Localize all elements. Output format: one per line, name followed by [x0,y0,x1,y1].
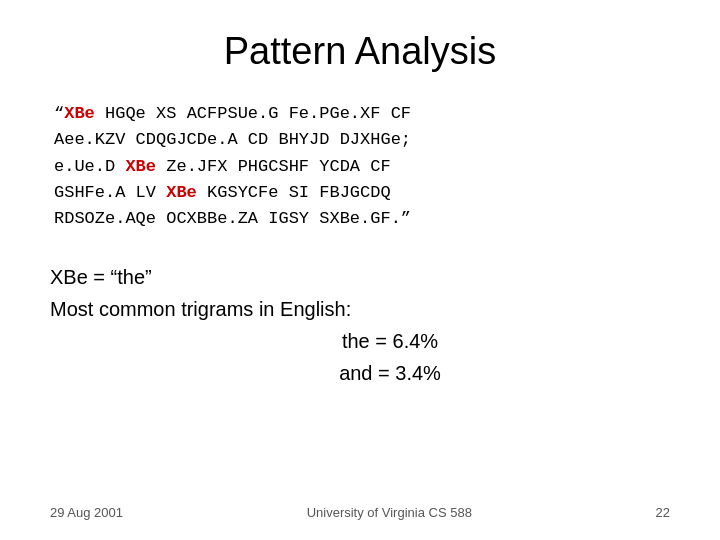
explanation-block: XBe = “the” Most common trigrams in Engl… [50,261,670,389]
code-line-2: Aee.KZV CDQGJCDe.A CD BHYJD DJXHGe; [54,130,411,149]
code-line-4-after: KGSYCFe SI FBJGCDQ [197,183,391,202]
code-line-3-after: Ze.JFX PHGCSHF YCDA CF [156,157,391,176]
open-quote: “ [54,104,64,123]
slide-footer: 29 Aug 2001 University of Virginia CS 58… [50,497,670,520]
code-line-3: e.Ue.D XBe Ze.JFX PHGCSHF YCDA CF [54,157,391,176]
slide-title: Pattern Analysis [50,30,670,73]
footer-date: 29 Aug 2001 [50,505,123,520]
footer-institution: University of Virginia CS 588 [123,505,656,520]
code-line-3-before: e.Ue.D [54,157,125,176]
code-line-1: “XBe HGQe XS ACFPSUe.G Fe.PGe.XF CF [54,104,411,123]
code-line-4-before: GSHFe.A LV [54,183,166,202]
code-line-4: GSHFe.A LV XBe KGSYCFe SI FBJGCDQ [54,183,391,202]
slide: Pattern Analysis “XBe HGQe XS ACFPSUe.G … [0,0,720,540]
explanation-line-1: XBe = “the” [50,266,152,288]
highlight-xbe-1: XBe [64,104,95,123]
highlight-xbe-3: XBe [166,183,197,202]
explanation-line-3: the = 6.4% [110,325,670,357]
explanation-line-2: Most common trigrams in English: [50,298,351,320]
highlight-xbe-2: XBe [125,157,156,176]
footer-page-number: 22 [656,505,670,520]
code-line-5: RDSOZe.AQe OCXBBe.ZA IGSY SXBe.GF.” [54,209,411,228]
explanation-line-4: and = 3.4% [110,357,670,389]
code-block: “XBe HGQe XS ACFPSUe.G Fe.PGe.XF CF Aee.… [50,101,670,233]
code-line-1-after: HGQe XS ACFPSUe.G Fe.PGe.XF CF [95,104,411,123]
